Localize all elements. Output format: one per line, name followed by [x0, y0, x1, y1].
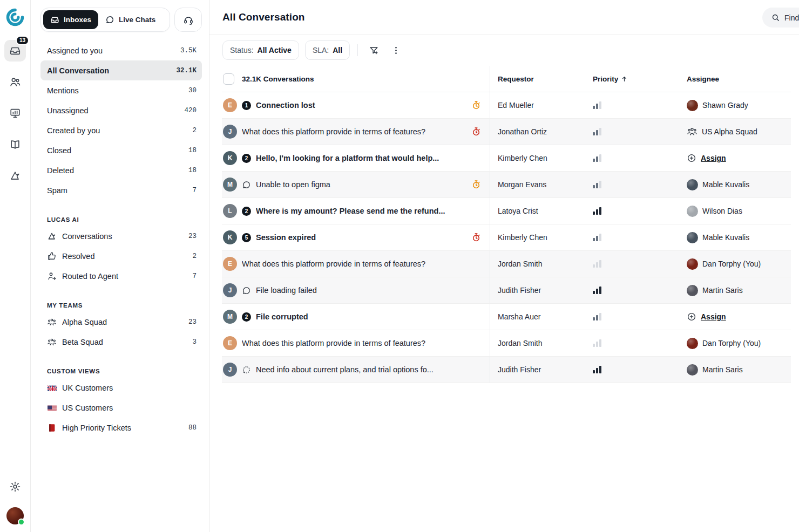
priority-cell	[585, 154, 679, 162]
priority-indicator	[593, 207, 672, 215]
rail-contacts-button[interactable]	[4, 71, 26, 93]
priority-bar	[599, 154, 601, 162]
sidebar-item-assigned-to-you[interactable]: Assigned to you3.5K	[40, 40, 202, 60]
priority-bar	[596, 236, 598, 241]
sidebar-item-label: Resolved	[62, 252, 192, 261]
ai-bird-icon	[9, 170, 21, 182]
sidebar: Inboxes Live Chats Assigned to you3.5KAl…	[31, 0, 209, 532]
unread-count-badge: 2	[242, 207, 251, 216]
thumbs-up-icon	[47, 251, 57, 261]
sidebar-item-alpha-squad[interactable]: Alpha Squad23	[40, 312, 202, 332]
rail-bottom	[4, 476, 26, 524]
priority-indicator	[593, 154, 672, 162]
rail-inboxes-button[interactable]: 13	[4, 40, 26, 62]
tab-inboxes[interactable]: Inboxes	[43, 10, 98, 29]
conversation-row[interactable]: M2File corruptedMarsha AuerAssign	[222, 304, 791, 330]
sidebar-item-closed[interactable]: Closed18	[40, 140, 202, 160]
assignee-name: Mable Kuvalis	[702, 180, 749, 189]
chat-bubble-icon	[105, 15, 114, 24]
assign-button[interactable]: Assign	[687, 153, 726, 163]
requestor-name: Jordan Smith	[490, 339, 585, 347]
priority-bar	[599, 287, 601, 294]
headset-button[interactable]	[174, 8, 202, 32]
sidebar-item-spam[interactable]: Spam7	[40, 180, 202, 200]
conversation-row[interactable]: JWhat does this platform provide in term…	[222, 119, 791, 145]
app-logo-icon[interactable]	[5, 8, 25, 27]
assignee-cell: Martin Saris	[679, 364, 791, 376]
subject-cell: JWhat does this platform provide in term…	[222, 119, 490, 145]
sidebar-item-us-customers[interactable]: US Customers	[40, 398, 202, 418]
conversation-row[interactable]: K2Hello, I'm looking for a platform that…	[222, 145, 791, 172]
sidebar-item-count: 18	[188, 147, 197, 154]
conversation-row[interactable]: EWhat does this platform provide in term…	[222, 251, 791, 277]
conversation-row[interactable]: E1Connection lostEd MuellerShawn Grady	[222, 92, 791, 119]
conversation-row[interactable]: EWhat does this platform provide in term…	[222, 330, 791, 357]
sidebar-item-resolved[interactable]: Resolved2	[40, 246, 202, 266]
select-all-checkbox[interactable]	[223, 73, 234, 85]
sidebar-item-count: 32.1K	[176, 67, 197, 74]
status-filter[interactable]: Status: All Active	[222, 40, 299, 60]
sidebar-item-count: 7	[192, 272, 197, 280]
sidebar-item-count: 23	[188, 233, 197, 240]
sidebar-item-created-by-you[interactable]: Created by you2	[40, 120, 202, 140]
sla-timer-icon	[471, 180, 481, 189]
assignee-avatar	[687, 338, 698, 349]
user-avatar[interactable]	[6, 507, 24, 524]
column-header-priority[interactable]: Priority	[585, 75, 679, 83]
priority-cell	[585, 287, 679, 294]
assignee-avatar	[687, 232, 698, 243]
subject-cell: JNeed info about current plans, and tria…	[222, 357, 490, 383]
priority-bar	[593, 317, 595, 320]
requestor-name: Kimberly Chen	[490, 154, 585, 162]
sidebar-item-high-priority-tickets[interactable]: High Priority Tickets88	[40, 418, 202, 438]
headset-icon	[183, 15, 194, 25]
rail-knowledge-button[interactable]	[4, 134, 26, 155]
unread-count-badge: 2	[242, 312, 251, 322]
rail-ai-button[interactable]	[4, 165, 26, 187]
ai-bird-icon	[47, 231, 57, 241]
conversation-row[interactable]: L2Where is my amount? Please send me the…	[222, 198, 791, 224]
requester-avatar: E	[223, 98, 237, 112]
conversation-row[interactable]: JNeed info about current plans, and tria…	[222, 357, 791, 383]
tab-live-chats[interactable]: Live Chats	[98, 10, 162, 29]
sidebar-item-uk-customers[interactable]: UK Customers	[40, 378, 202, 398]
subject-cell: MUnable to open figma	[222, 172, 490, 197]
sidebar-item-conversations[interactable]: Conversations23	[40, 226, 202, 246]
sidebar-item-unassigned[interactable]: Unassigned420	[40, 100, 202, 120]
column-header-assignee[interactable]: Assignee	[679, 75, 791, 83]
subject-cell: E1Connection lost	[222, 92, 490, 118]
find-button-label: Find T	[784, 13, 799, 22]
assignee-cell: Dan Torphy (You)	[679, 258, 791, 270]
tab-label: Live Chats	[119, 16, 155, 24]
sidebar-item-beta-squad[interactable]: Beta Squad3	[40, 332, 202, 352]
add-filter-button[interactable]	[365, 42, 382, 58]
unread-count-badge: 2	[242, 154, 251, 163]
priority-indicator	[593, 287, 672, 294]
sidebar-item-mentions[interactable]: Mentions30	[40, 80, 202, 100]
priority-indicator	[593, 181, 672, 188]
assign-label: Assign	[701, 154, 726, 162]
contacts-icon	[9, 76, 21, 88]
more-options-button[interactable]	[388, 42, 404, 58]
sidebar-item-label: Alpha Squad	[62, 318, 188, 326]
requestor-name: Judith Fisher	[490, 365, 585, 374]
find-button[interactable]: Find T	[762, 8, 799, 28]
sidebar-item-label: Mentions	[47, 86, 188, 95]
segmented-control: Inboxes Live Chats	[40, 8, 170, 32]
sidebar-item-label: All Conversation	[47, 66, 176, 75]
rail-reports-button[interactable]	[4, 103, 26, 124]
conversation-row[interactable]: JFile loading failedJudith FisherMartin …	[222, 277, 791, 304]
settings-button[interactable]	[4, 476, 26, 497]
sla-filter[interactable]: SLA: All	[305, 40, 350, 60]
sidebar-item-routed-to-agent[interactable]: Routed to Agent7	[40, 266, 202, 286]
sidebar-item-all-conversation[interactable]: All Conversation32.1K	[40, 60, 202, 80]
column-header-requestor[interactable]: Requestor	[490, 75, 585, 83]
plus-circle-icon	[687, 153, 696, 163]
left-rail: 13	[0, 0, 31, 532]
sidebar-item-deleted[interactable]: Deleted18	[40, 160, 202, 180]
conversation-row[interactable]: K5Session expiredKimberly ChenMable Kuva…	[222, 224, 791, 251]
conversation-row[interactable]: MUnable to open figmaMorgan EvansMable K…	[222, 172, 791, 198]
priority-bar	[596, 315, 598, 320]
priority-cell	[585, 101, 679, 109]
assign-button[interactable]: Assign	[687, 312, 726, 322]
